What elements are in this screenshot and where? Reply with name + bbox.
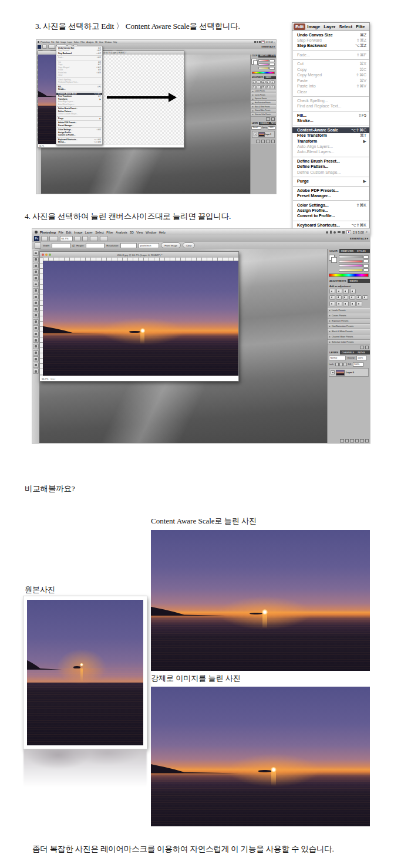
apple-menu-icon[interactable] — [35, 231, 38, 234]
panel-footer-icon[interactable] — [266, 117, 270, 121]
preset-levels-presets[interactable]: Levels Presets — [328, 308, 370, 313]
disclosure-triangle-icon[interactable] — [329, 326, 331, 327]
color-slider[interactable] — [339, 255, 363, 258]
tool-icon[interactable] — [33, 263, 39, 268]
fill-value[interactable]: 100% — [353, 362, 363, 367]
menu-item-menus[interactable]: Menus...⌥⇧⌘M — [56, 141, 102, 143]
menu-select[interactable]: Select — [338, 23, 354, 30]
panel-footer-icon[interactable] — [261, 140, 265, 144]
menu-layer[interactable]: Layer — [322, 23, 337, 30]
disclosure-triangle-icon[interactable] — [252, 99, 254, 100]
disclosure-triangle-icon[interactable] — [252, 103, 254, 104]
ps-menu-view[interactable]: View — [99, 41, 103, 43]
tab-masks[interactable]: MASKS — [348, 279, 359, 283]
zoom-tool-button[interactable] — [82, 236, 88, 241]
menu-item-purge[interactable]: Purge▶ — [292, 179, 369, 184]
tab-adjustments[interactable]: ADJUSTMENTS — [328, 279, 348, 283]
tool-icon[interactable] — [33, 325, 39, 330]
ps-menu-file[interactable]: File — [59, 231, 63, 234]
ps-menu-image[interactable]: Image — [60, 41, 66, 43]
status-icon[interactable] — [326, 231, 328, 234]
tool-icon[interactable] — [33, 269, 39, 275]
tool-icon[interactable] — [33, 282, 39, 287]
preset-exposure-presets[interactable]: Exposure Presets — [251, 97, 276, 102]
status-icon[interactable] — [330, 231, 332, 234]
disclosure-triangle-icon[interactable] — [252, 91, 254, 92]
tool-icon[interactable] — [33, 300, 39, 306]
tab-channels[interactable]: CHANNELS — [340, 350, 356, 354]
spotlight-icon[interactable]: ⌕ — [366, 230, 368, 234]
adjustment-icon[interactable] — [336, 301, 342, 306]
tool-icon[interactable] — [33, 306, 39, 312]
adjustment-icon[interactable] — [271, 80, 275, 85]
width-input[interactable] — [52, 243, 70, 248]
app-bar-button[interactable] — [42, 45, 47, 49]
layer-visibility-eye-icon[interactable] — [254, 133, 257, 136]
disclosure-triangle-icon[interactable] — [252, 110, 254, 112]
menu-item-convert-to-profile[interactable]: Convert to Profile... — [56, 134, 102, 136]
adjustment-icon[interactable] — [271, 85, 275, 89]
preset-black-white-presets[interactable]: Black & White Presets — [251, 105, 276, 109]
preset-levels-presets[interactable]: Levels Presets — [251, 90, 276, 94]
adjustment-icon[interactable] — [350, 301, 356, 306]
adjustment-icon[interactable] — [349, 295, 355, 300]
tool-icon[interactable] — [33, 337, 39, 343]
adjustment-icon[interactable] — [356, 301, 362, 306]
menu-item-undo-canvas-size[interactable]: Undo Canvas Size⌘Z — [292, 32, 369, 38]
disclosure-triangle-icon[interactable] — [329, 320, 331, 322]
adjustment-icon[interactable] — [336, 295, 342, 300]
front-image-button[interactable]: Front Image — [161, 242, 181, 248]
zoom-readout[interactable]: 66.7% — [42, 377, 48, 380]
input-language-flag-icon[interactable] — [261, 40, 265, 43]
ps-menu-view[interactable]: View — [136, 231, 143, 234]
app-bar-button[interactable] — [48, 45, 55, 49]
layer-thumbnail[interactable] — [258, 132, 265, 137]
opacity-value[interactable]: 100% — [268, 126, 275, 130]
color-slider[interactable] — [258, 59, 269, 62]
disclosure-triangle-icon[interactable] — [329, 331, 331, 332]
menu-filte[interactable]: Filte — [354, 23, 367, 30]
tab-paths[interactable]: PATHS — [356, 350, 366, 354]
color-slider[interactable] — [258, 63, 269, 66]
fg-bg-color-swatches[interactable] — [251, 59, 257, 64]
tab-adjustments[interactable]: ADJUSTMENTS — [251, 76, 264, 79]
screen-mode-button[interactable] — [100, 236, 108, 241]
adjustment-icon[interactable] — [257, 85, 261, 89]
tool-icon[interactable] — [33, 319, 39, 325]
adjustment-icon[interactable] — [261, 85, 265, 89]
layer-visibility-eye-icon[interactable] — [331, 370, 335, 374]
tab-layers[interactable]: LAYERS — [328, 350, 340, 354]
tab-styles[interactable]: STYLES — [355, 249, 368, 253]
tool-preset-icon[interactable] — [35, 242, 41, 249]
menu-item-content-aware-scale[interactable]: Content-Aware Scale⌥⇧⌘C — [292, 127, 369, 133]
tool-icon[interactable] — [33, 251, 39, 256]
ps-menu-help[interactable]: Help — [113, 41, 117, 43]
preset-black-white-presets[interactable]: Black & White Presets — [328, 329, 370, 335]
adjustment-icon[interactable] — [362, 295, 368, 300]
preset-hue-saturation-presets[interactable]: Hue/Saturation Presets — [328, 324, 370, 329]
clear-button[interactable]: Clear — [183, 242, 196, 248]
menu-item-keyboard-shortcuts[interactable]: Keyboard Shortcuts...⌥⇧⌘K — [292, 222, 369, 228]
color-ramp[interactable] — [252, 72, 275, 75]
fg-bg-color-swatches[interactable] — [329, 255, 336, 262]
preset-selective-color-presets[interactable]: Selective Color Presets — [328, 340, 370, 345]
menu-item-preset-manager[interactable]: Preset Manager... — [56, 124, 102, 127]
preset-channel-mixer-presets[interactable]: Channel Mixer Presets — [251, 109, 276, 113]
status-icon[interactable] — [259, 41, 261, 43]
ps-menu-window[interactable]: Window — [146, 231, 156, 234]
tab-color[interactable]: COLOR — [251, 55, 258, 58]
arrange-documents-button[interactable] — [90, 236, 98, 241]
tab-paths[interactable]: PATHS — [270, 122, 277, 125]
menu-item-convert-to-profile[interactable]: Convert to Profile... — [292, 214, 369, 219]
status-icon[interactable] — [333, 231, 336, 234]
adjustment-icon[interactable] — [343, 295, 349, 300]
trash-icon[interactable] — [365, 439, 369, 443]
ps-menu-edit[interactable]: Edit — [66, 231, 71, 234]
ps-menu-filter[interactable]: Filter — [80, 41, 85, 43]
panel-footer-icon[interactable] — [271, 140, 275, 144]
disclosure-triangle-icon[interactable] — [329, 336, 331, 337]
ps-menu-layer[interactable]: Layer — [85, 231, 93, 234]
tool-icon[interactable] — [33, 275, 39, 281]
panel-footer-icon[interactable] — [256, 140, 260, 144]
panel-footer-icon[interactable] — [365, 346, 369, 350]
